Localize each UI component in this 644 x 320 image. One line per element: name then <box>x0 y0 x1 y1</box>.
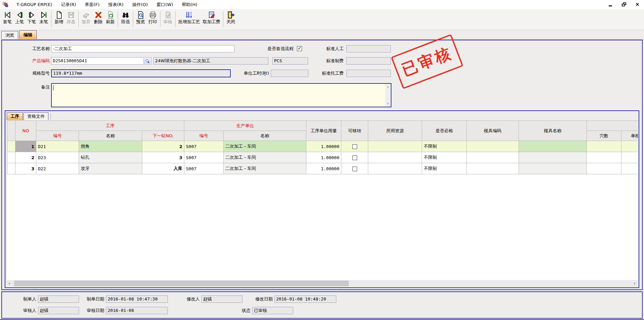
cell-mold-name[interactable] <box>519 163 587 174</box>
cell-cavities[interactable] <box>587 152 621 163</box>
row-selector[interactable] <box>7 163 15 174</box>
movable-checkbox[interactable] <box>352 167 357 171</box>
cell-next-no[interactable]: 2 <box>142 141 184 152</box>
cell-qty[interactable]: 1.00000 <box>306 152 341 163</box>
cell-mold-name[interactable] <box>519 141 587 152</box>
col-mold-code: 模具编码 <box>467 121 519 141</box>
product-code-label: 产品编码 <box>16 57 50 65</box>
row-selector[interactable] <box>7 141 15 152</box>
scroll-left-icon[interactable]: ‹ <box>6 280 13 287</box>
cell-next-no[interactable]: 3 <box>142 152 184 163</box>
menu-report[interactable]: 报表(R) <box>104 0 128 9</box>
cell-mold-time[interactable] <box>621 152 638 163</box>
scroll-right-icon[interactable]: › <box>631 280 638 287</box>
menu-tgroup-erp[interactable]: T-GROUP ERP(E) <box>12 1 56 8</box>
remark-scrollbar[interactable]: ∧∨ <box>385 84 391 107</box>
cell-unit-code[interactable]: S007 <box>184 141 224 152</box>
tab-edit[interactable]: 编辑 <box>19 30 37 39</box>
cell-next-no[interactable]: 入库 <box>142 163 184 174</box>
product-code-input[interactable]: D250130005D41 <box>51 57 151 65</box>
row-selector[interactable] <box>7 152 15 163</box>
cell-process-name[interactable]: 钻孔 <box>79 152 142 163</box>
std-mfg-fee-field <box>346 57 391 65</box>
cell-process-code[interactable]: D22 <box>36 163 79 174</box>
cell-no[interactable]: 1 <box>15 141 36 152</box>
menu-interface[interactable]: 界面(F) <box>80 0 104 9</box>
cell-no[interactable]: 3 <box>15 163 36 174</box>
menu-operation[interactable]: 操作(O) <box>128 0 152 9</box>
table-row[interactable]: 3 D22 攻牙 入库 S007 二次加工－车间 1.00000 不限制 <box>7 163 638 174</box>
cell-process-code[interactable]: D21 <box>36 141 79 152</box>
menu-record[interactable]: 记录(R) <box>56 0 80 9</box>
tab-process[interactable]: 工序 <box>7 112 23 120</box>
print-button[interactable]: 打印 <box>147 10 159 25</box>
movable-checkbox[interactable] <box>352 144 357 149</box>
table-row[interactable]: 2 D23 钻孔 3 S007 二次加工－车间 1.00000 不限制 <box>7 152 638 163</box>
cell-no[interactable]: 2 <box>15 152 36 163</box>
status-field: 已审核 <box>252 307 293 314</box>
cell-must-inspect[interactable]: 不限制 <box>422 152 467 163</box>
cell-unit-name[interactable]: 二次加工－车间 <box>224 163 306 174</box>
get-processing-fee-button[interactable]: 取加工费 <box>201 10 222 25</box>
process-name-input[interactable]: -二次加工 <box>51 45 234 52</box>
next-record-button[interactable]: 下笔 <box>26 10 38 25</box>
table-row[interactable]: 1 D21 倒角 2 S007 二次加工－车间 1.00000 不限制 <box>7 141 638 152</box>
cell-movable[interactable] <box>341 163 368 174</box>
cell-movable[interactable] <box>341 141 368 152</box>
cell-qty[interactable]: 1.00000 <box>306 163 341 174</box>
horizontal-scrollbar[interactable]: ‹ › <box>6 280 638 287</box>
cell-mold-time[interactable] <box>621 141 638 152</box>
cell-unit-name[interactable]: 二次加工－车间 <box>224 141 306 152</box>
cell-resource[interactable] <box>368 163 422 174</box>
cell-mold-time[interactable] <box>621 163 638 174</box>
abandon-button[interactable]: 放弃 <box>80 10 92 25</box>
cell-mold-name[interactable] <box>519 152 587 163</box>
delete-button[interactable]: 删除 <box>92 10 104 25</box>
cell-mold-code[interactable] <box>467 163 519 174</box>
cell-unit-code[interactable]: S007 <box>184 152 224 163</box>
cell-process-code[interactable]: D23 <box>36 152 79 163</box>
tab-browse[interactable]: 浏览 <box>1 31 18 39</box>
scroll-up-icon[interactable]: ∧ <box>386 85 389 89</box>
minimize-button[interactable] <box>608 2 613 7</box>
remark-label: 备注 <box>16 83 50 91</box>
restore-button[interactable] <box>622 2 627 7</box>
prev-record-button[interactable]: 上笔 <box>13 10 26 25</box>
save-button[interactable]: 存盘 <box>65 10 77 25</box>
close-button[interactable]: 关闭 <box>225 10 237 25</box>
scroll-down-icon[interactable]: ∨ <box>386 101 389 106</box>
product-lookup-button[interactable] <box>144 58 151 64</box>
cell-cavities[interactable] <box>587 163 621 174</box>
cell-mold-code[interactable] <box>467 152 519 163</box>
cell-movable[interactable] <box>341 152 368 163</box>
first-record-button[interactable]: 首笔 <box>1 10 13 25</box>
cell-qty[interactable]: 1.00000 <box>306 141 341 152</box>
remark-textarea[interactable]: ∧∨ <box>51 83 391 107</box>
cell-must-inspect[interactable]: 不限制 <box>422 163 467 174</box>
menu-help[interactable]: 帮助(H) <box>178 0 202 9</box>
batch-add-process-button[interactable]: 批增加工艺 <box>177 10 201 25</box>
scrollbar-thumb[interactable] <box>14 281 349 286</box>
preview-button[interactable]: 预览 <box>135 10 147 25</box>
cell-cavities[interactable] <box>587 141 621 152</box>
delete-x-icon <box>94 11 103 19</box>
cell-process-name[interactable]: 攻牙 <box>79 163 142 174</box>
last-record-button[interactable]: 末笔 <box>38 10 50 25</box>
cell-must-inspect[interactable]: 不限制 <box>422 141 467 152</box>
filter-button[interactable]: 筛选 <box>119 10 131 25</box>
cell-mold-code[interactable] <box>467 141 519 152</box>
close-window-button[interactable]: × <box>635 2 640 7</box>
cell-process-name[interactable]: 倒角 <box>79 141 142 152</box>
preferred-flow-checkbox[interactable] <box>297 46 302 51</box>
cell-unit-code[interactable]: S007 <box>184 163 224 174</box>
cell-unit-name[interactable]: 二次加工－车间 <box>224 152 306 163</box>
new-button[interactable]: 新增 <box>53 10 65 25</box>
audit-button[interactable]: 审核 <box>162 10 174 25</box>
cell-resource[interactable] <box>368 141 422 152</box>
cell-resource[interactable] <box>368 152 422 163</box>
menu-window[interactable]: 窗口(W) <box>152 0 178 9</box>
tab-qualification-files[interactable]: 资格文件 <box>24 112 48 120</box>
refresh-button[interactable]: 刷新 <box>104 10 116 25</box>
std-outsource-fee-label: 标准托工费 <box>307 70 344 77</box>
movable-checkbox[interactable] <box>352 155 357 160</box>
